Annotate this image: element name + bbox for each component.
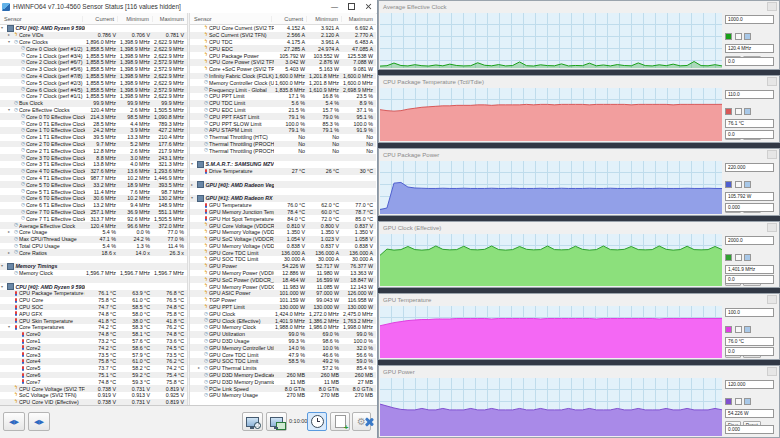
sensor-group-row[interactable]: ▸GPU [#0]: AMD Radeon Vega <box>190 181 376 188</box>
table-row[interactable]: ϟGPU SoC Power (VDDCR_SOC)18.464 W16.599… <box>190 276 376 283</box>
table-row[interactable]: ◷Core 4 Clock (perf #7/8)1,858.5 MHz1,39… <box>0 73 187 80</box>
table-row[interactable]: Drive Temperature27 °C26 °C30 °C <box>190 168 376 175</box>
graph-titlebar[interactable]: GPU Temperature <box>379 294 779 305</box>
system-summary-button[interactable] <box>242 412 263 431</box>
table-row[interactable]: ϟGPU SOC TDC Limit30.000 A30.000 A30.000… <box>190 256 376 263</box>
table-row[interactable]: ϟCPU EDC27.285 A24.974 A47.085 A <box>190 45 376 52</box>
expander-icon[interactable]: ▾ <box>191 162 196 166</box>
graph-window-button[interactable] <box>767 150 777 159</box>
table-row[interactable]: ◷GPU D3D Usage99.3 %98.6 %100.0 % <box>190 338 376 345</box>
table-row[interactable]: ◷GPU Memory Usage270 MB270 MB270 MB <box>190 392 376 399</box>
table-row[interactable]: ◷GPU Clock1,424.0 MHz1,272.0 MHz2,475.0 … <box>190 310 376 317</box>
table-row[interactable]: GPU Temperature76.0 °C62.0 °C77.0 °C <box>190 202 376 209</box>
line-color-swatch[interactable] <box>725 181 732 188</box>
table-row[interactable]: ϟSoC Current (SVI2 TFN)2.566 A2.120 A2.7… <box>190 32 376 39</box>
line-color-swatch[interactable] <box>725 108 732 115</box>
table-row[interactable]: ◷Core 4 T1 Effective Clock987.7 MHz10.2 … <box>0 175 187 182</box>
table-row[interactable]: ▸◷Core Ratios18.6 x14.0 x26.3 x <box>0 249 187 256</box>
table-row[interactable]: ◷Core 2 Clock (perf #6/7)1,858.5 MHz1,39… <box>0 59 187 66</box>
table-row[interactable]: APU GFX74.8 °C58.0 °C75.8 °C <box>0 310 187 317</box>
table-row[interactable]: ϟSoC Voltage (SVI2 TFN)0.919 V0.913 V0.9… <box>0 392 187 399</box>
table-row[interactable]: ◷CPU PPT FAST Limit79.1 %79.0 %95.1 % <box>190 113 376 120</box>
table-row[interactable]: ϟCPU Core Power (SVI2 TFN)3.042 W2.876 W… <box>190 59 376 66</box>
scale-max-input[interactable]: 120.000 <box>725 380 774 389</box>
graph-window-button[interactable] <box>767 223 777 232</box>
sensor-group-row[interactable]: ▾S.M.A.R.T.: SAMSUNG MZVLQ1T0H... <box>190 161 376 168</box>
table-row[interactable]: ◷CPU PPT SLOW Limit100.0 %85.3 %100.0 % <box>190 120 376 127</box>
expander-icon[interactable]: ▾ <box>1 26 6 30</box>
table-row[interactable]: Core774.8 °C59.3 °C75.8 °C <box>0 378 187 385</box>
graph-titlebar[interactable]: CPU Package Temperature (Tctl/Tdie) <box>379 76 779 87</box>
table-row[interactable]: ◷Core 5 T1 Effective Clock11.4 MHz7.6 MH… <box>0 188 187 195</box>
table-row[interactable]: ▸◷Core Usage5.4 %0.0 %77.0 % <box>0 229 187 236</box>
table-row[interactable]: CPU Core75.8 °C61.0 °C76.5 °C <box>0 297 187 304</box>
clock-toggle-button[interactable] <box>307 412 327 431</box>
table-row[interactable]: ϟCPU Core Current (SVI2 TFN)4.152 A3.921… <box>190 25 376 32</box>
table-row[interactable]: ϟGPU Memory Power (VDDIO)12.886 W11.980 … <box>190 270 376 277</box>
table-row[interactable]: ◷Core 1 T1 Effective Clock39.5 MHz13.3 M… <box>0 134 187 141</box>
table-row[interactable]: Core573.7 °C58.2 °C74.2 °C <box>0 365 187 372</box>
table-row[interactable]: Core475.8 °C61.0 °C76.2 °C <box>0 358 187 365</box>
table-row[interactable]: ◷Infinity Fabric Clock (FCLK)1,600.0 MHz… <box>190 73 376 80</box>
table-row[interactable]: ϟGPU PPT Limit130.000 W130.000 W130.000 … <box>190 304 376 311</box>
graph-window-button[interactable] <box>767 295 777 304</box>
sensor-group-row[interactable]: ▾GPU [#1]: AMD Radeon RX 6800M <box>190 195 376 202</box>
graph-titlebar[interactable]: GPU Power <box>379 366 779 377</box>
window-titlebar[interactable]: HWiNFO64 v7.10-4560 Sensor Status [116 v… <box>0 0 377 14</box>
table-row[interactable]: ▾Core Temperatures74.2 °C58.3 °C76.2 °C <box>0 324 187 331</box>
table-row[interactable]: ◷Core 1 T0 Effective Clock24.2 MHz3.9 MH… <box>0 127 187 134</box>
table-row[interactable]: Core074.8 °C58.1 °C74.8 °C <box>0 331 187 338</box>
remote-monitoring-button[interactable] <box>266 412 287 431</box>
graph-titlebar[interactable]: GPU Clock (Effective) <box>379 222 779 233</box>
table-row[interactable]: Core173.2 °C57.6 °C73.6 °C <box>0 338 187 345</box>
reorder-left-button[interactable]: ◀▶ <box>3 412 25 431</box>
line-color-swatch[interactable] <box>725 254 732 261</box>
grid-color-swatch[interactable] <box>744 33 751 40</box>
table-row[interactable]: ◷Core 3 Clock (perf #5/6)1,858.5 MHz1,39… <box>0 66 187 73</box>
table-row[interactable]: ϟCPU Package Power105.792 W103.552 W125.… <box>190 52 376 59</box>
table-row[interactable]: ▸◷GPU Thermal Limits57.2 %85.4 % <box>190 365 376 372</box>
table-row[interactable]: ◷GPU D3D Memory Dedicated260 MB260 MB260… <box>190 372 376 379</box>
table-row[interactable]: ◷Core 7 Clock (perf #1/1)1,858.5 MHz1,39… <box>0 93 187 100</box>
table-row[interactable]: ϟGPU ASIC Power101.000 W97.000 W126.000 … <box>190 290 376 297</box>
table-row[interactable]: GPU Hot Spot Temperature84.0 °C72.0 °C85… <box>190 215 376 222</box>
table-row[interactable]: ▸ϟCore VIDs0.786 V0.706 V0.781 V <box>0 32 187 39</box>
table-row[interactable]: ◷Core 7 T0 Effective Clock257.1 MHz36.9 … <box>0 209 187 216</box>
table-row[interactable]: ▾◷Core Clocks1,896.0 MHz1,398.9 MHz2,622… <box>0 39 187 46</box>
background-color-swatch[interactable] <box>735 181 742 188</box>
table-row[interactable]: ◷Core 1 Clock (perf #3/4)1,858.5 MHz1,39… <box>0 52 187 59</box>
table-row[interactable]: CPU SOC74.7 °C58.5 °C74.8 °C <box>0 304 187 311</box>
table-row[interactable]: GPU Memory Junction Temperature78.4 °C60… <box>190 209 376 216</box>
table-row[interactable]: ϟGPU Memory Voltage (VDDCI_MEM)0.838 V0.… <box>190 243 376 250</box>
table-row[interactable]: ϟTGP Power101.159 W99.043 W116.958 W <box>190 297 376 304</box>
graph-titlebar[interactable]: CPU Package Power <box>379 149 779 160</box>
grid-color-swatch[interactable] <box>744 108 751 115</box>
table-row[interactable]: ϟGPU Power54.226 W52.717 W76.377 W <box>190 263 376 270</box>
line-color-swatch[interactable] <box>725 326 732 333</box>
sensor-group-row[interactable]: ▾CPU [#0]: AMD Ryzen 9 5900HX <box>0 25 187 32</box>
table-row[interactable]: ◷GPU SOC TDC Limit58.5 %49.2 %59.0 % <box>190 358 376 365</box>
table-row[interactable]: ◷Thermal Throttling (PROCHOT EXT)NoNoNo <box>190 147 376 154</box>
expander-icon[interactable]: ▾ <box>1 285 6 289</box>
table-row[interactable]: ◷Core 3 T0 Effective Clock8.8 MHz3.0 MHz… <box>0 154 187 161</box>
table-row[interactable]: ◷Total CPU Usage5.4 %1.3 %11.4 % <box>0 243 187 250</box>
table-row[interactable]: ▾◷Core Effective Clocks120.4 MHz2.6 MHz1… <box>0 107 187 114</box>
table-row[interactable]: ◷Core 4 T0 Effective Clock327.6 MHz13.6 … <box>0 168 187 175</box>
scale-min-input[interactable]: 0.0 <box>725 130 774 139</box>
line-color-swatch[interactable] <box>725 33 732 40</box>
table-row[interactable]: ◷Max CPU/Thread Usage47.1 %24.2 %77.0 % <box>0 236 187 243</box>
scale-max-input[interactable]: 110.0 <box>725 90 774 99</box>
table-row[interactable]: ◷GPU D3D Memory Dynamic11 MB11 MB27 MB <box>190 378 376 385</box>
table-row[interactable]: ◷Core 2 T1 Effective Clock12.8 MHz2.6 MH… <box>0 147 187 154</box>
grid-color-swatch[interactable] <box>744 398 751 405</box>
table-row[interactable]: ◷CPU EDC Limit21.5 %15.7 %37.1 % <box>190 107 376 114</box>
table-row[interactable]: ◷Core 3 T1 Effective Clock13.8 MHz4.0 MH… <box>0 161 187 168</box>
scale-max-input[interactable]: 2000.0 <box>725 236 774 245</box>
table-row[interactable]: ◷PCIe Link Speed8.0 GT/s8.0 GT/s8.0 GT/s <box>190 385 376 392</box>
table-row[interactable]: ◷Bus Clock99.9 MHz99.9 MHz99.9 MHz <box>0 100 187 107</box>
expander-icon[interactable]: ▾ <box>191 196 196 200</box>
scale-max-input[interactable]: 1000.0 <box>725 15 774 24</box>
table-row[interactable]: ◷GPU Core TDC Limit47.9 %46.6 %56.6 % <box>190 351 376 358</box>
table-row[interactable]: ◷Core 5 T0 Effective Clock33.2 MHz18.9 M… <box>0 181 187 188</box>
table-row[interactable]: ◷GPU Utilization99.0 %69.0 %99.0 % <box>190 331 376 338</box>
